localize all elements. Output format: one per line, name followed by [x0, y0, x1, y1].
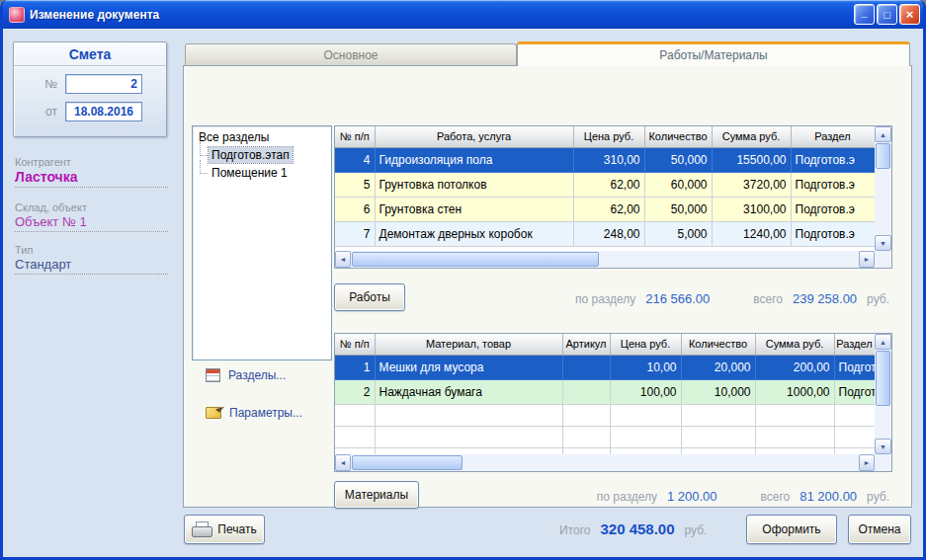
estimate-date-input[interactable]	[65, 102, 142, 121]
cell-empty[interactable]	[755, 447, 834, 454]
cell-qty[interactable]: 50,000	[644, 197, 712, 221]
scroll-right-icon[interactable]: ►	[859, 251, 875, 268]
table-row[interactable]: 7 Демонтаж дверных коробок 248,00 5,000 …	[335, 221, 875, 246]
cell-section[interactable]: Подготов.э	[791, 221, 875, 246]
table-row[interactable]: 4 Гидроизоляция пола 310,00 50,000 15500…	[335, 147, 875, 172]
cell-empty[interactable]	[834, 447, 875, 454]
cell-sum[interactable]: 1240,00	[712, 221, 791, 246]
estimate-number-input[interactable]	[65, 74, 142, 94]
scroll-up-icon[interactable]: ▲	[875, 334, 891, 350]
cell-sum[interactable]: 3100,00	[712, 197, 791, 221]
cell-qty[interactable]: 5,000	[644, 221, 712, 246]
cell-price[interactable]: 10,00	[610, 355, 681, 379]
col-header-work[interactable]: Работа, услуга	[375, 126, 573, 147]
sections-link[interactable]: Разделы...	[206, 368, 286, 382]
cell-empty[interactable]	[375, 447, 562, 454]
cell-empty[interactable]	[681, 447, 755, 454]
col-header-sum[interactable]: Сумма руб.	[712, 126, 791, 147]
scrollbar-thumb[interactable]	[352, 455, 463, 470]
cell-price[interactable]: 248,00	[573, 221, 644, 246]
cell-price[interactable]: 62,00	[573, 172, 644, 197]
cell-empty[interactable]	[610, 426, 681, 447]
cell-name[interactable]: Грунтовка потолков	[375, 172, 573, 197]
cell-article[interactable]	[562, 355, 610, 379]
cell-section[interactable]: Подгот	[834, 379, 875, 404]
cell-empty[interactable]	[610, 404, 681, 426]
scroll-down-icon[interactable]: ▼	[875, 439, 891, 454]
cell-num[interactable]: 1	[335, 355, 375, 379]
col-header-material[interactable]: Материал, товар	[375, 334, 562, 355]
works-horizontal-scrollbar[interactable]: ◄ ►	[335, 251, 875, 268]
cell-article[interactable]	[562, 379, 610, 404]
scrollbar-thumb[interactable]	[876, 143, 890, 169]
scroll-down-icon[interactable]: ▼	[875, 235, 891, 251]
scroll-right-icon[interactable]: ►	[859, 454, 875, 471]
table-row[interactable]: 6 Грунтовка стен 62,00 50,000 3100,00 По…	[335, 197, 875, 221]
cell-section[interactable]: Подготов.э	[791, 197, 875, 221]
cell-empty[interactable]	[755, 426, 834, 447]
tree-item-podgotov-etap[interactable]: Подготов.этап	[209, 147, 293, 163]
col-header-qty[interactable]: Количество	[644, 126, 712, 147]
col-header-sum[interactable]: Сумма руб.	[755, 334, 834, 355]
cell-empty[interactable]	[834, 404, 875, 426]
scrollbar-thumb[interactable]	[876, 351, 890, 406]
col-header-qty[interactable]: Количество	[681, 334, 755, 355]
scrollbar-track[interactable]	[875, 170, 891, 235]
cell-empty[interactable]	[834, 426, 875, 447]
cell-sum[interactable]: 1000,00	[755, 379, 834, 404]
cell-num[interactable]: 4	[335, 147, 375, 172]
cell-section[interactable]: Подготов.э	[791, 147, 875, 172]
title-bar[interactable]: Изменение документа _ □ ×	[0, 0, 926, 29]
table-row[interactable]: 2 Наждачная бумага 100,00 10,000 1000,00…	[335, 379, 875, 404]
scroll-up-icon[interactable]: ▲	[875, 126, 891, 142]
table-row[interactable]	[335, 447, 875, 454]
cell-price[interactable]: 310,00	[573, 147, 644, 172]
cell-section[interactable]: Подгот	[834, 355, 875, 379]
cell-name[interactable]: Мешки для мусора	[375, 355, 562, 379]
cell-price[interactable]: 100,00	[610, 379, 681, 404]
table-row[interactable]	[335, 426, 875, 447]
close-button[interactable]: ×	[899, 4, 920, 25]
cell-num[interactable]: 5	[335, 172, 375, 197]
cell-qty[interactable]: 10,000	[681, 379, 755, 404]
cell-empty[interactable]	[375, 426, 562, 447]
cell-empty[interactable]	[562, 426, 610, 447]
print-button[interactable]: Печать	[184, 515, 265, 544]
cell-qty[interactable]: 60,000	[644, 172, 712, 197]
col-header-num[interactable]: № п/п	[335, 334, 375, 355]
cell-empty[interactable]	[562, 404, 610, 426]
scrollbar-thumb[interactable]	[352, 252, 599, 267]
cell-name[interactable]: Демонтаж дверных коробок	[375, 221, 573, 246]
tab-main[interactable]: Основное	[185, 43, 517, 65]
cell-price[interactable]: 62,00	[573, 197, 644, 221]
cell-num[interactable]: 2	[335, 379, 375, 404]
cell-empty[interactable]	[681, 426, 755, 447]
parameters-link[interactable]: Параметры...	[206, 406, 302, 420]
materials-button[interactable]: Материалы	[334, 481, 419, 509]
materials-horizontal-scrollbar[interactable]: ◄ ►	[335, 454, 875, 471]
col-header-article[interactable]: Артикул	[562, 334, 610, 355]
cell-empty[interactable]	[335, 426, 375, 447]
works-button[interactable]: Работы	[334, 283, 405, 311]
cell-empty[interactable]	[610, 447, 681, 454]
col-header-price[interactable]: Цена руб.	[610, 334, 681, 355]
cell-sum[interactable]: 3720,00	[712, 172, 791, 197]
cancel-button[interactable]: Отмена	[848, 515, 911, 544]
scroll-left-icon[interactable]: ◄	[335, 454, 351, 471]
scrollbar-track[interactable]	[875, 407, 891, 439]
col-header-section[interactable]: Раздел	[834, 334, 875, 355]
cell-section[interactable]: Подготов.э	[791, 172, 875, 197]
cell-sum[interactable]: 15500,00	[712, 147, 791, 172]
tree-item-pomeschenie-1[interactable]: Помещение 1	[209, 165, 291, 181]
cell-num[interactable]: 6	[335, 197, 375, 221]
col-header-section[interactable]: Раздел	[791, 126, 875, 147]
cell-name[interactable]: Гидроизоляция пола	[375, 147, 573, 172]
scrollbar-track[interactable]	[599, 251, 859, 268]
cell-qty[interactable]: 50,000	[644, 147, 712, 172]
scroll-left-icon[interactable]: ◄	[335, 251, 351, 268]
works-vertical-scrollbar[interactable]: ▲ ▼	[875, 126, 891, 251]
cell-empty[interactable]	[681, 404, 755, 426]
materials-vertical-scrollbar[interactable]: ▲ ▼	[875, 334, 891, 454]
maximize-button[interactable]: □	[877, 4, 897, 25]
table-row[interactable]: 1 Мешки для мусора 10,00 20,000 200,00 П…	[335, 355, 875, 379]
